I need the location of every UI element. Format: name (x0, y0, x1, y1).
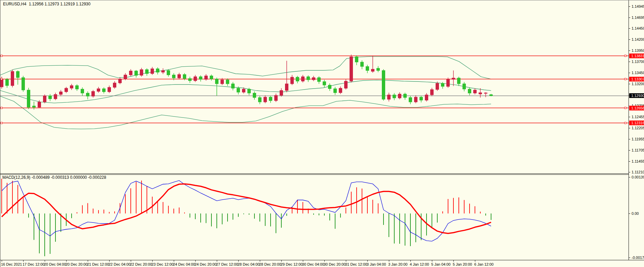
time-axis-label: 31 Dec 12:00 (345, 262, 367, 266)
time-axis-label: 30 Dec 04:00 (302, 262, 324, 266)
candle-body (248, 89, 251, 93)
macd-axis-tick (629, 213, 630, 214)
time-axis-label: 28 Dec 20:00 (259, 262, 281, 266)
hline-handles[interactable] (1, 55, 626, 124)
time-axis-label: 23 Dec 12:00 (152, 262, 173, 266)
price-axis-tick (629, 51, 630, 51)
time-axis-label: 28 Dec 04:00 (238, 262, 259, 266)
candle-body (81, 89, 84, 93)
time-axis[interactable]: 16 Dec 202117 Dec 12:0020 Dec 04:0020 De… (0, 260, 644, 267)
level-price-badge: 1.12316 (629, 121, 644, 125)
time-axis-tick (389, 260, 389, 262)
candle-body (301, 77, 305, 81)
candle-body (318, 77, 321, 81)
time-axis-tick (410, 260, 411, 262)
macd-axis-label: 0.00 (632, 211, 639, 215)
candle-body (172, 75, 175, 78)
time-axis-label: 5 Jan 04:00 (431, 262, 451, 266)
time-axis-tick (23, 260, 24, 262)
price-axis-label: 1.13700 (632, 60, 644, 64)
candle-body (226, 80, 229, 84)
candle-body (97, 89, 100, 91)
price-axis-tick (629, 62, 630, 62)
candle-body (92, 91, 95, 96)
candle-body (237, 88, 240, 92)
level-price-badge: 1.13831 (629, 54, 644, 58)
candle-body (490, 95, 493, 96)
panel-separator-bottom[interactable] (0, 174, 629, 175)
candle-body (242, 89, 245, 92)
price-axis-tick (629, 84, 630, 84)
time-axis-tick (88, 260, 88, 262)
macd-axis-tick (629, 258, 630, 258)
level-line-handle[interactable] (1, 122, 2, 124)
time-axis-tick (152, 260, 153, 262)
time-axis-tick (195, 260, 196, 262)
macd-chart-canvas[interactable] (0, 175, 629, 260)
time-axis-label: 5 Jan 20:00 (453, 262, 472, 266)
candle-body (269, 97, 272, 101)
level-line-handle[interactable] (625, 122, 626, 124)
price-axis-tick (629, 39, 630, 40)
level-line-handle[interactable] (625, 78, 626, 80)
candle-body (312, 77, 315, 80)
candle-body (178, 74, 181, 78)
level-line-handle[interactable] (1, 55, 2, 57)
candle-body (156, 69, 159, 72)
price-chart-canvas[interactable] (0, 0, 629, 174)
candle-body (146, 70, 149, 74)
macd-main-line (2, 180, 491, 241)
time-axis-tick (260, 260, 260, 262)
candle-body (59, 92, 63, 95)
time-axis-label: 3 Jan 20:00 (388, 262, 408, 266)
price-axis-label: 1.11210 (632, 170, 644, 174)
candle-body (393, 95, 396, 98)
time-axis-tick (66, 260, 67, 262)
candle-body (108, 87, 111, 92)
candle-body (140, 70, 143, 75)
candle-body (124, 75, 127, 79)
time-axis-tick (45, 260, 45, 262)
time-axis-tick (109, 260, 110, 262)
time-axis-tick (346, 260, 346, 262)
level-line-handle[interactable] (1, 78, 2, 80)
level-line-handle[interactable] (625, 107, 626, 109)
candle-body (119, 79, 122, 83)
time-axis-label: 24 Dec 20:00 (195, 262, 216, 266)
candle-body (0, 79, 3, 87)
price-axis[interactable]: 1.149451.146951.144501.142001.139501.137… (629, 0, 644, 260)
time-axis-label: 30 Dec 20:00 (324, 262, 346, 266)
price-axis-label: 1.14450 (632, 26, 644, 30)
candle-body (167, 70, 170, 75)
panel-separator-top[interactable] (0, 173, 629, 174)
macd-axis-label: 0.001399 (632, 175, 644, 179)
candle-body (345, 81, 348, 88)
symbol-period-label: EURUSD,H4 (3, 2, 26, 6)
candle-body (457, 78, 460, 84)
level-line-handle[interactable] (1, 107, 2, 109)
price-axis-tick (629, 117, 630, 117)
candle-body (452, 78, 455, 79)
time-axis-label: 22 Dec 04:00 (109, 262, 130, 266)
level-line-handle[interactable] (625, 55, 626, 57)
candle-body (334, 89, 337, 93)
candle-body (70, 86, 73, 88)
candle-body (307, 77, 310, 80)
macd-signal-path (2, 184, 491, 233)
price-axis-tick (629, 6, 630, 7)
price-axis-tick (629, 139, 630, 139)
macd-indicator-header: MACD(12,26,9) -0.000489 -0.000313 0.0000… (2, 175, 106, 180)
candle-body (221, 80, 224, 84)
horizontal-level-lines[interactable] (0, 56, 629, 123)
candle-body (129, 71, 132, 75)
chart-ohlc-header: EURUSD,H4 1.12956 1.12973 1.12919 1.1293… (3, 2, 92, 6)
time-axis-label: 20 Dec 20:00 (66, 262, 87, 266)
candle-body (285, 84, 288, 91)
candle-body (339, 88, 342, 93)
time-axis-tick (367, 260, 368, 262)
candle-body (420, 97, 423, 100)
candle-body (328, 85, 331, 89)
price-axis-label: 1.14695 (632, 15, 644, 20)
candle-body (199, 77, 202, 79)
candle-body (258, 98, 261, 102)
